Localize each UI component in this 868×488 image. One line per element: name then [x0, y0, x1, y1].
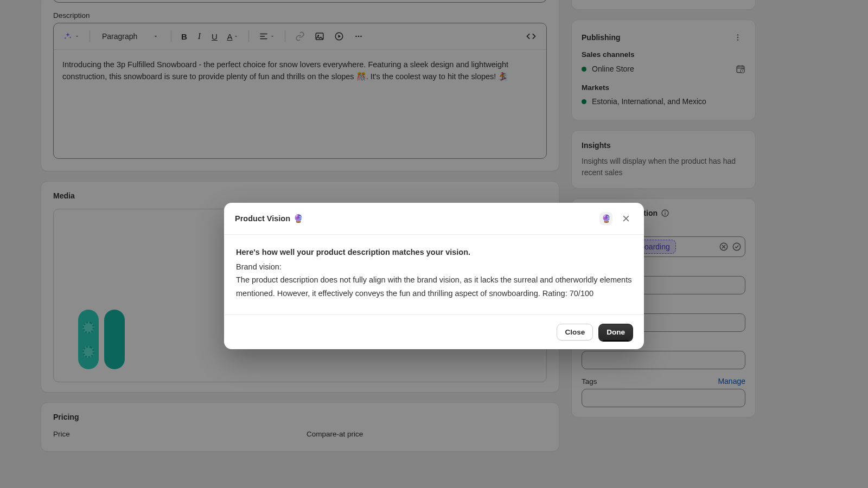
product-vision-modal: Product Vision 🔮 🔮 Here's how well your …	[224, 203, 644, 349]
modal-body: Here's how well your product description…	[224, 235, 644, 314]
modal-lead: Here's how well your product description…	[236, 246, 632, 259]
modal-body-text: The product description does not fully a…	[236, 273, 632, 300]
crystal-ball-icon: 🔮	[293, 214, 303, 223]
close-button[interactable]: Close	[557, 324, 593, 341]
modal-icon-badge: 🔮	[599, 212, 612, 225]
brand-vision-label: Brand vision:	[236, 260, 632, 274]
modal-title: Product Vision 🔮	[235, 214, 303, 223]
modal-footer: Close Done	[224, 314, 644, 349]
modal-close-icon[interactable]	[619, 211, 633, 226]
modal-overlay[interactable]: Product Vision 🔮 🔮 Here's how well your …	[0, 0, 868, 488]
done-button[interactable]: Done	[598, 324, 633, 341]
modal-header: Product Vision 🔮 🔮	[224, 203, 644, 235]
